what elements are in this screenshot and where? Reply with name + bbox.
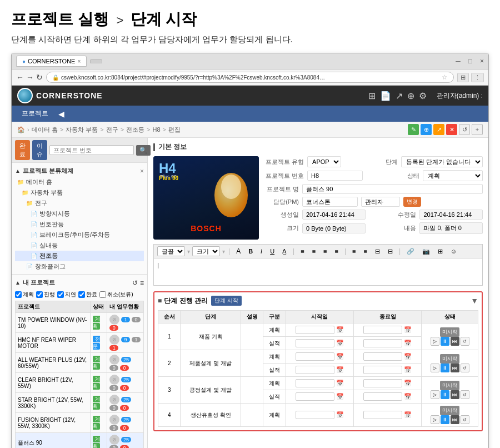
- cal-icon[interactable]: 📅: [336, 326, 344, 333]
- ctrl-pause-btn-3[interactable]: ⏸: [441, 390, 449, 399]
- ctrl-play-btn-4[interactable]: ▷: [431, 415, 439, 424]
- cal-icon[interactable]: 📅: [336, 366, 344, 373]
- project-number-input[interactable]: [49, 145, 134, 155]
- cal-icon[interactable]: 📅: [336, 380, 344, 386]
- ctrl-play-btn-3[interactable]: ▷: [431, 390, 439, 399]
- refresh-icon[interactable]: ↺: [132, 279, 138, 287]
- toolbar-align-right[interactable]: ≡: [321, 247, 329, 256]
- toolbar-align-left[interactable]: ≡: [298, 247, 307, 256]
- stage-select[interactable]: 등록된 단계가 없습니다: [401, 156, 483, 167]
- stage-end-3b[interactable]: 📅: [354, 390, 422, 404]
- project-no-input[interactable]: [307, 171, 363, 181]
- action-edit-btn[interactable]: ✎: [408, 124, 419, 135]
- breadcrumb-2[interactable]: 자동차 부품: [66, 126, 98, 134]
- cal-icon[interactable]: 📅: [404, 366, 412, 373]
- forward-btn[interactable]: →: [26, 73, 34, 82]
- star-icon[interactable]: ☆: [442, 73, 448, 81]
- table-row[interactable]: TM POWER WINDOW (NV-10) 계획 ⊘ 1 0 0: [16, 313, 144, 333]
- ctrl-stop-btn-4[interactable]: ⏭: [451, 415, 459, 424]
- toolbar-indent-more[interactable]: ⊟: [372, 247, 383, 256]
- toolbar-list-ul[interactable]: ≡: [349, 247, 358, 256]
- stage-start-4a[interactable]: 📅: [286, 404, 353, 427]
- toolbar-list-ol[interactable]: ≡: [361, 247, 369, 256]
- table-row[interactable]: HMC NF REAR WIPER MOTOR 전문 ⊘ 9 1 1: [16, 333, 144, 353]
- tree-item-8[interactable]: 📄 창화플러그: [15, 261, 144, 272]
- stage-end-1a[interactable]: 📅: [354, 323, 422, 337]
- table-row[interactable]: STAR BRIGHT (12V, 55W, 3300K) 계획 ⊘ 25 0 …: [16, 393, 144, 413]
- tree-item-1[interactable]: 📁 자동차 부품: [15, 187, 144, 198]
- cal-icon[interactable]: 📅: [336, 393, 344, 400]
- ctrl-refresh-btn-4[interactable]: ↺: [461, 415, 469, 424]
- stage-start-2b[interactable]: 📅: [286, 364, 353, 377]
- browser-tab-active[interactable]: ● CORNERSTONE ×: [16, 56, 87, 67]
- cal-icon[interactable]: 📅: [336, 340, 344, 346]
- toolbar-bold-btn[interactable]: B: [246, 247, 256, 256]
- table-row[interactable]: CLEAR BRIGHT (12V, 55W) 계획 ⊘ 25 0 0: [16, 373, 144, 393]
- breadcrumb-1[interactable]: 데이터 홈: [32, 126, 58, 134]
- toolbar-strike-btn[interactable]: A̲: [279, 247, 289, 256]
- toolbar-emoji-btn[interactable]: ☺: [448, 247, 459, 256]
- tree-item-6[interactable]: 📄 실내등: [15, 240, 144, 251]
- filter-inprogress[interactable]: 진행: [36, 291, 55, 298]
- tree-item-4[interactable]: 📄 번호판등: [15, 219, 144, 230]
- breadcrumb-5[interactable]: H8: [153, 126, 161, 133]
- status-select[interactable]: 계획: [423, 170, 483, 181]
- tree-item-3[interactable]: 📄 방향지시등: [15, 208, 144, 219]
- stage-mis-btn-2[interactable]: 미시작: [440, 354, 459, 364]
- filter-cancel[interactable]: 취소(보류): [99, 291, 133, 298]
- close-btn[interactable]: ×: [480, 57, 484, 65]
- stage-expand-btn[interactable]: ▼: [471, 296, 478, 305]
- toolbar-align-justify[interactable]: ≡: [332, 247, 341, 256]
- stage-mis-btn-4[interactable]: 미시작: [440, 406, 459, 415]
- nav-toggle[interactable]: ◀: [56, 106, 67, 122]
- project-name-input[interactable]: [302, 184, 483, 194]
- stage-start-2a[interactable]: 📅: [286, 350, 353, 364]
- my-projects-header[interactable]: ▲ 내 프로젝트 ↺ ≡: [15, 277, 144, 288]
- minimize-btn[interactable]: ─: [456, 57, 461, 65]
- cal-icon[interactable]: 📅: [336, 411, 344, 418]
- tree-item-0[interactable]: 📁 데이터 홈: [15, 177, 144, 187]
- font-size-select[interactable]: 크기: [192, 246, 220, 256]
- table-row[interactable]: FUSION BRIGHT (12V, 55W, 3300K) 계획 ⊘ 25 …: [16, 413, 144, 433]
- toolbar-font-a-btn[interactable]: A: [233, 246, 243, 256]
- stage-mis-btn-1[interactable]: 미시작: [440, 327, 459, 337]
- table-row[interactable]: ALL WEATHER PLUS (12V, 60/55W) 계획 ⊘ 25 0…: [16, 353, 144, 373]
- stage-start-3b[interactable]: 📅: [286, 390, 353, 404]
- toolbar-table-btn[interactable]: ⊞: [435, 247, 446, 256]
- ctrl-refresh-btn-2[interactable]: ↺: [461, 364, 469, 372]
- addr-action-2[interactable]: ⋮: [471, 73, 484, 82]
- stage-end-2b[interactable]: 📅: [354, 364, 422, 377]
- ctrl-pause-btn-1[interactable]: ⏸: [441, 337, 449, 346]
- sidebar-issue-btn[interactable]: 이슈: [32, 140, 47, 160]
- stage-start-1a[interactable]: 📅: [286, 323, 353, 337]
- breadcrumb-3[interactable]: 전구: [106, 126, 118, 134]
- maximize-btn[interactable]: □: [468, 57, 472, 65]
- tab-close-btn[interactable]: ×: [77, 58, 81, 64]
- tree-item-7[interactable]: 📄 전조등: [15, 251, 144, 261]
- tree-item-5[interactable]: 📄 브레이크등/후미등/주차등: [15, 230, 144, 240]
- tool-doc-icon[interactable]: 📄: [380, 91, 391, 101]
- filter-delayed[interactable]: 지연: [57, 291, 76, 298]
- nav-project[interactable]: 프로젝트: [16, 106, 54, 122]
- cal-icon[interactable]: 📅: [404, 411, 412, 418]
- ctrl-pause-btn-2[interactable]: ⏸: [441, 364, 449, 372]
- action-more-btn[interactable]: +: [472, 124, 483, 135]
- cal-icon[interactable]: 📅: [404, 380, 412, 386]
- cal-icon[interactable]: 📅: [404, 353, 412, 360]
- stage-mis-btn-3[interactable]: 미시작: [440, 381, 459, 390]
- back-btn[interactable]: ←: [16, 73, 24, 82]
- tool-settings-icon[interactable]: ⚙: [419, 91, 427, 101]
- ctrl-play-btn-2[interactable]: ▷: [431, 364, 439, 372]
- stage-end-4a[interactable]: 📅: [354, 404, 422, 427]
- toolbar-indent-less[interactable]: ⊟: [385, 247, 396, 256]
- cal-icon[interactable]: 📅: [404, 340, 412, 346]
- stage-start-1b[interactable]: 📅: [286, 337, 353, 350]
- tree-section-close[interactable]: ×: [140, 167, 144, 175]
- action-move-btn[interactable]: ↗: [433, 124, 444, 135]
- breadcrumb-6[interactable]: 편집: [168, 126, 181, 134]
- toolbar-image-btn[interactable]: 📷: [419, 247, 433, 256]
- font-family-select[interactable]: 글꼴: [157, 246, 185, 256]
- address-bar[interactable]: 🔒 csweb.kncsoft.co.kr:8084/project/#proj…: [46, 72, 454, 83]
- ctrl-stop-btn-1[interactable]: ⏭: [451, 337, 459, 346]
- tree-item-2[interactable]: 📁 전구: [15, 198, 144, 208]
